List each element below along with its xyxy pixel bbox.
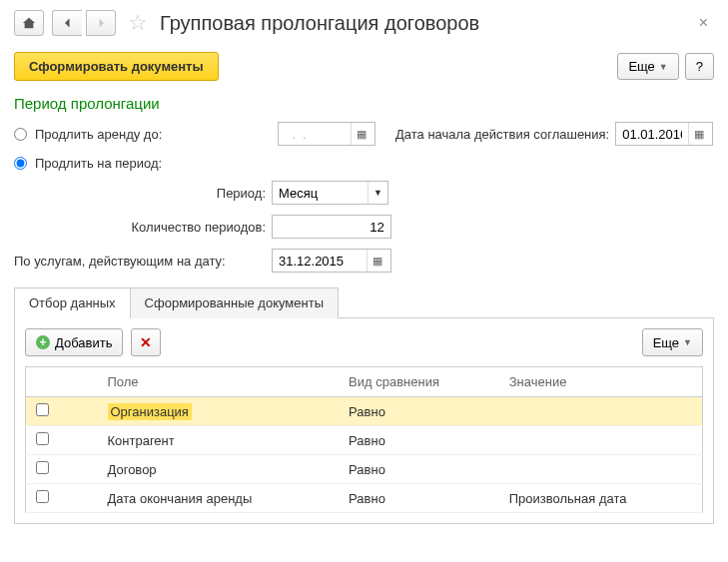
cell-comparison: Равно <box>341 484 501 513</box>
period-select[interactable] <box>273 182 367 204</box>
services-date-input[interactable] <box>273 251 366 272</box>
inner-more-label: Еще <box>653 335 679 350</box>
cell-field: Контрагент <box>100 426 342 455</box>
col-comparison: Вид сравнения <box>341 367 501 397</box>
inner-more-button[interactable]: Еще ▼ <box>642 328 703 356</box>
cell-comparison: Равно <box>341 455 501 484</box>
period-label: Период: <box>14 186 266 201</box>
table-row[interactable]: Дата окончания аренды Равно Произвольная… <box>26 484 703 513</box>
cell-value: Произвольная дата <box>501 484 703 513</box>
extend-period-radio[interactable] <box>14 157 27 170</box>
services-date-label: По услугам, действующим на дату: <box>14 254 266 269</box>
delete-button[interactable]: ✕ <box>131 328 161 356</box>
add-button[interactable]: + Добавить <box>25 328 123 356</box>
extend-to-label: Продлить аренду до: <box>35 127 162 142</box>
cell-field: Договор <box>100 455 342 484</box>
extend-period-label: Продлить на период: <box>35 156 162 171</box>
back-button[interactable] <box>52 10 82 36</box>
filter-table: Поле Вид сравнения Значение Организация … <box>25 366 703 513</box>
home-icon <box>22 16 36 30</box>
table-row[interactable]: Организация Равно <box>26 397 703 426</box>
row-checkbox[interactable] <box>36 490 49 503</box>
tab-filter[interactable]: Отбор данных <box>14 287 131 318</box>
add-label: Добавить <box>55 335 112 350</box>
section-title: Период пролонгации <box>14 95 714 112</box>
calendar-icon[interactable]: ▦ <box>366 250 386 272</box>
cell-comparison: Равно <box>341 397 501 426</box>
chevron-down-icon: ▼ <box>659 62 668 72</box>
calendar-icon[interactable]: ▦ <box>351 123 370 145</box>
close-button[interactable]: × <box>693 14 714 32</box>
period-count-label: Количество периодов: <box>14 220 266 235</box>
chevron-down-icon: ▼ <box>683 337 692 347</box>
forward-button[interactable] <box>86 10 116 36</box>
calendar-icon[interactable]: ▦ <box>688 123 708 145</box>
favorite-star-icon[interactable]: ☆ <box>128 10 148 36</box>
extend-to-date-input[interactable] <box>279 124 351 145</box>
cell-field: Дата окончания аренды <box>100 484 342 513</box>
agreement-start-date-input[interactable] <box>616 124 688 145</box>
period-count-input[interactable] <box>272 215 391 239</box>
home-button[interactable] <box>14 10 44 36</box>
table-row[interactable]: Договор Равно <box>26 455 703 484</box>
table-row[interactable]: Контрагент Равно <box>26 426 703 455</box>
col-value: Значение <box>501 367 703 397</box>
help-button[interactable]: ? <box>685 53 714 80</box>
arrow-right-icon <box>95 17 107 29</box>
generate-documents-button[interactable]: Сформировать документы <box>14 52 219 81</box>
extend-to-radio[interactable] <box>14 128 27 141</box>
arrow-left-icon <box>62 17 74 29</box>
col-field: Поле <box>100 367 342 397</box>
chevron-down-icon[interactable]: ▼ <box>367 182 387 204</box>
cell-value <box>501 455 703 484</box>
cell-field: Организация <box>108 403 192 420</box>
cell-value <box>501 397 703 426</box>
agreement-start-label: Дата начала действия соглашения: <box>395 127 609 142</box>
more-label: Еще <box>628 59 654 74</box>
row-checkbox[interactable] <box>36 403 49 416</box>
more-button[interactable]: Еще ▼ <box>617 53 678 80</box>
page-title: Групповая пролонгация договоров <box>160 12 685 35</box>
plus-icon: + <box>36 335 50 349</box>
cell-comparison: Равно <box>341 426 501 455</box>
tab-documents[interactable]: Сформированные документы <box>130 287 339 318</box>
cell-value <box>501 426 703 455</box>
row-checkbox[interactable] <box>36 461 49 474</box>
row-checkbox[interactable] <box>36 432 49 445</box>
